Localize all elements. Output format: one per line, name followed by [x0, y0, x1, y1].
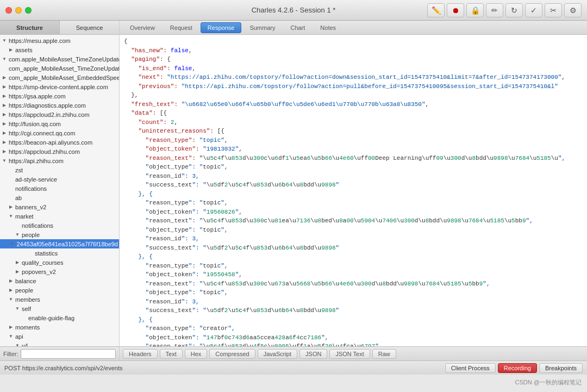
toolbar-btn-record[interactable]: ⏺: [447, 3, 464, 17]
breakpoints-btn[interactable]: Breakpoints: [539, 363, 583, 373]
tree-item-label: ab: [15, 195, 22, 201]
tree-item[interactable]: com_apple_MobileAsset_TimeZoneUpdate.xml: [0, 64, 119, 73]
content-tab-response[interactable]: Response: [201, 22, 242, 33]
tree-item[interactable]: ab: [0, 193, 119, 202]
tree-item-label: https://api.zhihu.com: [9, 158, 64, 164]
tree-item-label: http://fusion.qq.com: [9, 121, 61, 127]
tree-toggle: ▶: [8, 287, 14, 294]
tree-item-label: notifications: [15, 185, 47, 192]
tree-item[interactable]: ▶ banners_v2: [0, 202, 119, 211]
tree-item[interactable]: ▶ quality_courses: [0, 258, 119, 267]
sidebar-tab-sequence[interactable]: Sequence: [60, 21, 119, 34]
tree-item[interactable]: ▶ moments: [0, 322, 119, 332]
tree-toggle: ▶: [1, 84, 8, 90]
tree-item[interactable]: ▶ http://cgi.connect.qq.com: [0, 128, 119, 138]
tree-item[interactable]: statistics: [0, 248, 119, 258]
tree-toggle: ▼: [14, 306, 21, 312]
filter-label: Filter:: [3, 351, 18, 357]
tree-toggle: ▶: [1, 148, 8, 155]
tree-toggle: ▼: [8, 213, 14, 220]
tree-item[interactable]: enable-guide-flag: [0, 313, 119, 322]
tree-item[interactable]: ▼ com.apple_MobileAsset_TimeZoneUpdate: [0, 54, 119, 64]
tree-item[interactable]: ▶ https://gsa.apple.com: [0, 91, 119, 101]
tree-item[interactable]: ▼ market: [0, 211, 119, 221]
main-layout: Structure Sequence ▼ https://mesu.apple.…: [0, 21, 587, 360]
minimize-button[interactable]: [15, 7, 22, 14]
tree-item-label: com_apple_MobileAsset_TimeZoneUpdate.xml: [9, 65, 119, 72]
tree-item-label: https://gsa.apple.com: [9, 93, 66, 99]
status-url: POST https://e.crashlytics.com/spi/v2/ev…: [4, 365, 122, 371]
filter-bar: Filter:: [0, 346, 119, 360]
tree-item[interactable]: ▶ https://smp-device-content.apple.com: [0, 82, 119, 91]
maximize-button[interactable]: [25, 7, 32, 14]
content-tab-notes[interactable]: Notes: [313, 22, 343, 33]
content-tab-summary[interactable]: Summary: [242, 22, 282, 33]
filter-input[interactable]: [21, 349, 116, 359]
tree-item[interactable]: ▼ api: [0, 332, 119, 341]
content-tab-request[interactable]: Request: [163, 22, 199, 33]
tree-item[interactable]: ▶ people: [0, 285, 119, 295]
tree-item[interactable]: ▶ assets: [0, 45, 119, 54]
tree-item[interactable]: ▶ com_apple_MobileAsset_EmbeddedSpeech: [0, 73, 119, 82]
client-process-btn[interactable]: Client Process: [445, 363, 496, 373]
tree-item[interactable]: ▶ popovers_v2: [0, 267, 119, 276]
tree-item-label: https://appcloud.zhihu.com: [9, 148, 80, 155]
bottom-tab-json[interactable]: JSON: [299, 349, 327, 359]
close-button[interactable]: [5, 7, 12, 14]
tree-item[interactable]: ▼ members: [0, 295, 119, 304]
tree-item[interactable]: ▶ https://appcloud.zhihu.com: [0, 147, 119, 156]
bottom-tab-json-text[interactable]: JSON Text: [329, 349, 370, 359]
tree-item[interactable]: notifications: [0, 221, 119, 230]
tree-toggle: ▼: [14, 343, 21, 347]
tree-item-label: statistics: [35, 250, 58, 257]
bottom-tab-javascript[interactable]: JavaScript: [258, 349, 297, 359]
toolbar-btn-3[interactable]: 🔒: [466, 3, 484, 17]
tree-toggle: ▶: [8, 324, 14, 331]
bottom-tab-raw[interactable]: Raw: [372, 349, 396, 359]
bottom-tab-compressed[interactable]: Compressed: [209, 349, 255, 359]
tree-toggle: ▶: [8, 47, 14, 53]
tree-item[interactable]: ▼ https://api.zhihu.com: [0, 156, 119, 165]
content-tab-chart[interactable]: Chart: [283, 22, 312, 33]
tree-item[interactable]: ▼ 24453af05e841ea31025a7f76f18be9d: [0, 239, 119, 248]
tree-item[interactable]: ▼ self: [0, 304, 119, 313]
tree-item-label: api: [15, 333, 23, 340]
tree-item[interactable]: ▶ balance: [0, 276, 119, 285]
tree-toggle: ▶: [14, 269, 21, 275]
tree-toggle: ▶: [8, 278, 14, 284]
bottom-tab-hex[interactable]: Hex: [185, 349, 208, 359]
tree-item-label: https://mesu.apple.com: [9, 38, 71, 44]
tree-toggle: [14, 222, 21, 229]
tree-item[interactable]: notifications: [0, 184, 119, 193]
toolbar-btn-settings[interactable]: ⚙: [564, 3, 582, 17]
toolbar-btn-check[interactable]: ✓: [525, 3, 542, 17]
sidebar-tab-structure[interactable]: Structure: [0, 21, 60, 34]
tree-item-label: https://appcloud2.in.zhihu.com: [9, 111, 90, 118]
traffic-lights: [5, 7, 32, 14]
bottom-tab-headers[interactable]: Headers: [123, 349, 158, 359]
recording-btn[interactable]: Recording: [498, 363, 537, 373]
tree-item[interactable]: ▼ https://mesu.apple.com: [0, 36, 119, 45]
tree-toggle: [21, 315, 27, 321]
tree-item[interactable]: ▶ http://fusion.qq.com: [0, 119, 119, 128]
bottom-tab-text[interactable]: Text: [160, 349, 183, 359]
tree-toggle: ▼: [8, 333, 14, 340]
tree-item[interactable]: zst: [0, 165, 119, 175]
tree-item[interactable]: ▶ https://beacon-api.aliyuncs.com: [0, 138, 119, 147]
tree-toggle: ▶: [1, 139, 8, 146]
tree-item[interactable]: ▼ people: [0, 230, 119, 239]
toolbar-btn-4[interactable]: ✏: [486, 3, 503, 17]
tree-item[interactable]: ▶ https://appcloud2.in.zhihu.com: [0, 110, 119, 119]
tree-item[interactable]: ad-style-service: [0, 175, 119, 184]
tree-toggle: ▼: [1, 38, 8, 44]
toolbar-btn-5[interactable]: ✂: [545, 3, 562, 17]
tree-item[interactable]: ▼ v4: [0, 341, 119, 346]
content-tab-overview[interactable]: Overview: [123, 22, 162, 33]
tree-toggle: ▼: [9, 241, 15, 247]
sidebar-tab-bar: Structure Sequence: [0, 21, 119, 35]
toolbar-btn-refresh[interactable]: ↻: [505, 3, 523, 17]
sidebar-tree[interactable]: ▼ https://mesu.apple.com ▶ assets ▼ com.…: [0, 35, 119, 346]
tree-item[interactable]: ▶ https://diagnostics.apple.com: [0, 101, 119, 110]
toolbar-btn-1[interactable]: ✏️: [427, 3, 445, 17]
json-content[interactable]: { "has_new": false, "paging": { "is_end"…: [120, 35, 587, 346]
